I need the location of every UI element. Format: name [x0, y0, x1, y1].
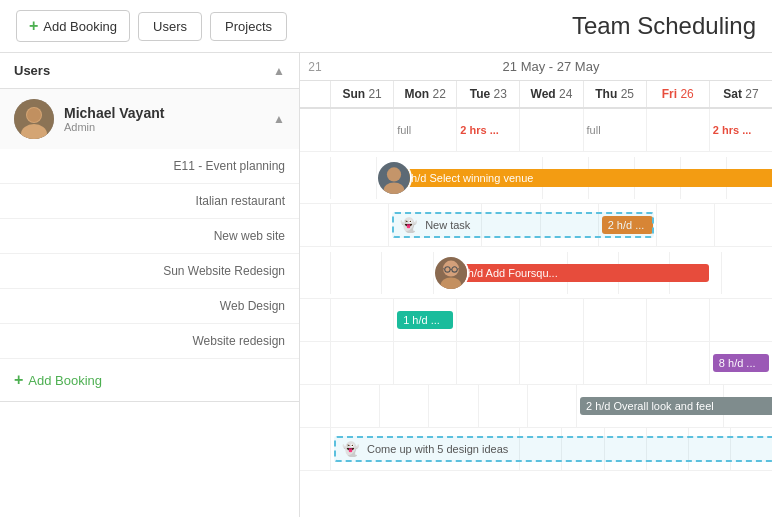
row-italian: 2 h/d Add Foursqu... — [300, 247, 772, 299]
cell-wd-tue — [428, 385, 477, 427]
cell-sun-wed — [519, 342, 582, 384]
row-sun-redesign: 8 h/d ... — [300, 342, 772, 385]
event-booking-container[interactable]: 6 h/d Select winning venue — [380, 169, 539, 187]
week-number: 21 — [300, 60, 330, 74]
newtask-booking[interactable]: 👻 New task — [392, 212, 654, 238]
italian-avatar — [433, 255, 469, 291]
cell-wd-fri: 2 h/d Overall look and feel — [576, 385, 723, 427]
event-avatar — [376, 160, 412, 196]
project-row-website: New web site — [0, 219, 299, 254]
avail-mon-label: full — [397, 124, 411, 136]
italian-booking[interactable]: 2 h/d Add Foursqu... — [453, 264, 709, 282]
project-row-italian: Italian restaurant — [0, 184, 299, 219]
event-planning-booking-label: 6 h/d Select winning venue — [402, 172, 533, 184]
day-header-tue: Tue 23 — [456, 81, 519, 107]
user-header[interactable]: Michael Vayant Admin ▲ — [0, 89, 299, 149]
project-row-event: E11 - Event planning — [0, 149, 299, 184]
availability-row: full 2 hrs ... full 2 hrs ... — [300, 109, 772, 152]
ghost-icon-2: 👻 — [342, 441, 359, 457]
avail-fri — [646, 109, 709, 151]
add-booking-link-label: Add Booking — [28, 373, 102, 388]
day-header-sat: Sat 27 — [709, 81, 772, 107]
cell-wd-sun — [330, 385, 379, 427]
cell-newtask-sat — [714, 204, 772, 246]
cell-newtask-fri — [656, 204, 714, 246]
project-row-redesign: Website redesign — [0, 324, 299, 359]
svg-point-5 — [387, 167, 401, 181]
add-booking-button[interactable]: + Add Booking — [16, 10, 130, 42]
newtask-label: New task — [425, 219, 470, 231]
day-header-wed: Wed 24 — [519, 81, 582, 107]
cell-newtask-sun — [330, 204, 388, 246]
plus-icon-sidebar: + — [14, 371, 23, 389]
main-layout: Users ▲ Michael Vayant Admin — [0, 53, 772, 517]
week-range-label: 21 May - 27 May — [330, 57, 772, 76]
users-tab-button[interactable]: Users — [138, 12, 202, 41]
cell-italian-mon — [381, 252, 432, 294]
day-header-thu: Thu 25 — [583, 81, 646, 107]
sidebar: Users ▲ Michael Vayant Admin — [0, 53, 300, 517]
avail-sun — [330, 109, 393, 151]
cell-web-sun — [330, 299, 393, 341]
add-booking-label: Add Booking — [43, 19, 117, 34]
ghost-icon: 👻 — [400, 217, 417, 233]
cell-wd-wed — [478, 385, 527, 427]
avail-mon: full — [393, 109, 456, 151]
cell-sun-thu — [583, 342, 646, 384]
website-redesign-booking[interactable]: 👻 Come up with 5 design ideas — [334, 436, 772, 462]
italian-booking-container[interactable]: 2 h/d Add Foursqu... — [437, 264, 564, 282]
avatar — [14, 99, 54, 139]
day-header-mon: Mon 22 — [393, 81, 456, 107]
row-newwebsite: 1 h/d ... — [300, 299, 772, 342]
avail-tue: 2 hrs ... — [456, 109, 519, 151]
project-row-sun: Sun Website Redesign — [0, 254, 299, 289]
plus-icon: + — [29, 17, 38, 35]
cell-italian-tue: 2 h/d Add Foursqu... — [433, 252, 567, 294]
day-header-spacer — [300, 81, 330, 107]
cell-web-thu — [583, 299, 646, 341]
add-booking-link[interactable]: + Add Booking — [0, 359, 299, 401]
cell-web-wed — [519, 299, 582, 341]
day-headers: Sun 21 Mon 22 Tue 23 Wed 24 Thu 25 Fri 2… — [300, 81, 772, 109]
app-title: Team Scheduling — [572, 12, 756, 40]
row-webdesign: 2 h/d Overall look and feel — [300, 385, 772, 428]
cell-web-tue — [456, 299, 519, 341]
event-planning-booking[interactable]: 6 h/d Select winning venue — [396, 169, 772, 187]
cell-web-fri — [646, 299, 709, 341]
toolbar-left: + Add Booking Users Projects — [16, 10, 287, 42]
chevron-up-icon: ▲ — [273, 64, 285, 78]
cell-sun-mon — [393, 342, 456, 384]
calendar-inner: 21 21 May - 27 May Sun 21 Mon 22 Tue 23 … — [300, 53, 772, 471]
user-role: Admin — [64, 121, 263, 133]
cell-italian-sun — [330, 252, 381, 294]
sidebar-header: Users ▲ — [0, 53, 299, 89]
projects-tab-button[interactable]: Projects — [210, 12, 287, 41]
user-section: Michael Vayant Admin ▲ E11 - Event plann… — [0, 89, 299, 402]
calendar: 21 21 May - 27 May Sun 21 Mon 22 Tue 23 … — [300, 53, 772, 517]
user-chevron-icon: ▲ — [273, 112, 285, 126]
row-event-newtask: 👻 New task 2 h/d ... — [300, 204, 772, 247]
avail-sat: 2 hrs ... — [709, 109, 772, 151]
cell-newtask-mon: 👻 New task — [388, 204, 481, 246]
user-name: Michael Vayant — [64, 105, 263, 121]
svg-point-3 — [27, 108, 41, 122]
row-event-planning: 6 h/d Select winning venue — [300, 152, 772, 204]
cell-wd-mon — [379, 385, 428, 427]
sun-redesign-booking[interactable]: 8 h/d ... — [713, 354, 769, 372]
avail-thu: full — [583, 109, 646, 151]
cell-sun-sun — [330, 342, 393, 384]
cell-italian-sat — [721, 252, 772, 294]
cell-web-mon: 1 h/d ... — [393, 299, 456, 341]
cell-wr-sun: 👻 Come up with 5 design ideas — [330, 428, 519, 470]
cell-sun-sat: 8 h/d ... — [709, 342, 772, 384]
avail-sat-label: 2 hrs ... — [713, 124, 752, 136]
newweb-booking[interactable]: 1 h/d ... — [397, 311, 453, 329]
sidebar-section-label: Users — [14, 63, 50, 78]
project-row-webdesign: Web Design — [0, 289, 299, 324]
webdesign-booking[interactable]: 2 h/d Overall look and feel — [580, 397, 772, 415]
toolbar: + Add Booking Users Projects Team Schedu… — [0, 0, 772, 53]
avail-wed — [519, 109, 582, 151]
cell-sun-fri — [646, 342, 709, 384]
day-header-sun: Sun 21 — [330, 81, 393, 107]
user-info: Michael Vayant Admin — [64, 105, 263, 133]
